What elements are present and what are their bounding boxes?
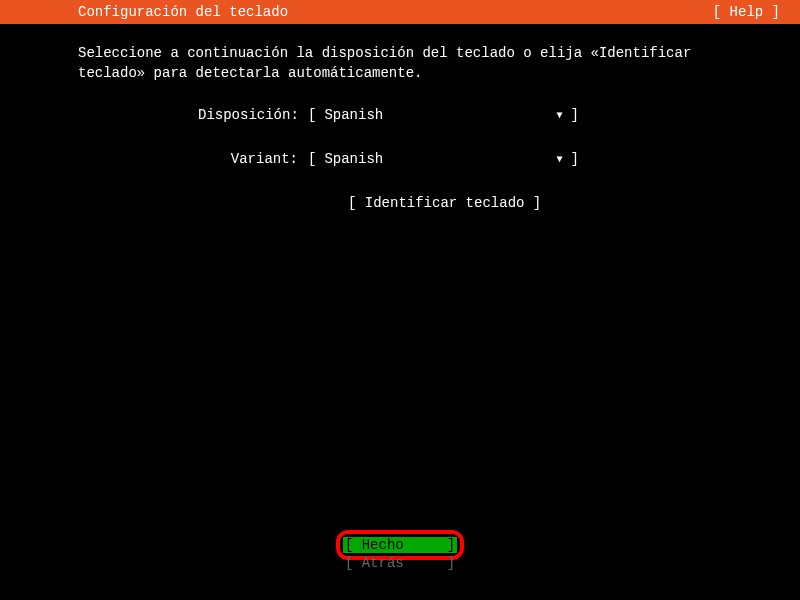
- chevron-down-icon: ▼: [556, 110, 562, 121]
- back-button[interactable]: [ Atrás]: [343, 555, 457, 571]
- bracket-open: [: [308, 151, 316, 167]
- chevron-down-icon: ▼: [556, 154, 562, 165]
- layout-row: Disposición: [ Spanish ▼ ]: [198, 107, 722, 123]
- back-row: [ Atrás]: [343, 554, 457, 572]
- bracket-close: ]: [570, 151, 578, 167]
- variant-value: Spanish: [316, 151, 556, 167]
- done-label: Hecho: [362, 537, 447, 553]
- form-section: Disposición: [ Spanish ▼ ] Variant: [ Sp…: [198, 107, 722, 211]
- help-button[interactable]: [ Help ]: [713, 4, 780, 20]
- header-bar: Configuración del teclado [ Help ]: [0, 0, 800, 24]
- layout-label: Disposición:: [198, 107, 308, 123]
- content-area: Seleccione a continuación la disposición…: [0, 24, 800, 211]
- variant-dropdown[interactable]: [ Spanish ▼ ]: [308, 151, 579, 167]
- bracket-close: ]: [447, 555, 455, 571]
- bottom-buttons: [ Hecho] [ Atrás]: [0, 536, 800, 572]
- bracket-close: ]: [570, 107, 578, 123]
- identify-keyboard-button[interactable]: [ Identificar teclado ]: [348, 195, 722, 211]
- done-button[interactable]: [ Hecho]: [343, 537, 457, 553]
- bracket-close: ]: [447, 537, 455, 553]
- bracket-open: [: [308, 107, 316, 123]
- layout-value: Spanish: [316, 107, 556, 123]
- variant-label: Variant:: [198, 151, 308, 167]
- instructions-text: Seleccione a continuación la disposición…: [78, 44, 722, 83]
- variant-row: Variant: [ Spanish ▼ ]: [198, 151, 722, 167]
- done-row: [ Hecho]: [343, 536, 457, 554]
- layout-dropdown[interactable]: [ Spanish ▼ ]: [308, 107, 579, 123]
- bracket-open: [: [345, 537, 362, 553]
- page-title: Configuración del teclado: [78, 4, 288, 20]
- bracket-open: [: [345, 555, 362, 571]
- back-label: Atrás: [362, 555, 447, 571]
